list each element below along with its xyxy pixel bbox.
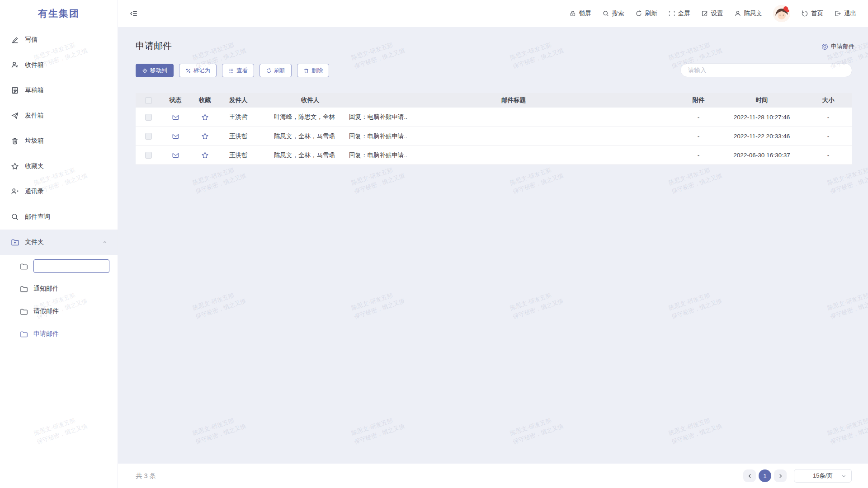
delete-label: 删除	[311, 67, 323, 75]
folder-item-application[interactable]: 申请邮件	[0, 323, 118, 345]
lock-screen-button[interactable]: 锁屏	[569, 9, 591, 18]
user-name: 陈思文	[744, 9, 763, 18]
folder-item-leave[interactable]: 请假邮件	[0, 300, 118, 323]
topbar-actions: 锁屏 搜索 刷新 全屏 设置 陈思文	[569, 5, 857, 22]
table-row[interactable]: 王洪哲 陈思文，全林，马雪瑶 回复：电脑补贴申请.. - 2022-11-22 …	[136, 127, 852, 145]
folder-item-label: 请假邮件	[33, 307, 59, 315]
time-cell: 2022-06-30 16:30:37	[719, 152, 805, 159]
prev-page-button[interactable]	[743, 469, 756, 482]
header-attachment: 附件	[678, 96, 719, 104]
mail-status-icon	[172, 132, 179, 140]
size-cell: -	[805, 133, 852, 140]
sidebar-item-contacts[interactable]: 通讯录	[0, 179, 118, 204]
current-user[interactable]: 陈思文	[734, 9, 763, 18]
view-button[interactable]: 查看	[222, 64, 254, 77]
new-folder-input[interactable]	[33, 259, 109, 273]
lock-icon	[569, 10, 576, 17]
sidebar-item-inbox[interactable]: 收件箱	[0, 52, 118, 78]
logout-button[interactable]: 退出	[834, 9, 856, 18]
sidebar-item-label: 文件夹	[25, 238, 44, 246]
row-checkbox[interactable]	[145, 114, 152, 121]
sidebar-item-mail-search[interactable]: 邮件查询	[0, 204, 118, 230]
row-checkbox[interactable]	[145, 152, 152, 159]
star-icon[interactable]	[201, 132, 209, 140]
trash-icon	[303, 68, 309, 74]
avatar[interactable]	[773, 5, 790, 22]
mark-as-button[interactable]: 标记为	[179, 64, 217, 77]
folder-icon	[20, 308, 28, 315]
search-icon	[602, 10, 609, 17]
toolbar: 移动到 标记为 查看 刷新 删除	[136, 64, 329, 77]
pagination-bar: 共 3 条 1 15条/页	[118, 464, 868, 488]
logout-icon	[834, 10, 841, 17]
home-button[interactable]: 首页	[801, 9, 823, 18]
global-search-button[interactable]: 搜索	[602, 9, 624, 18]
lock-label: 锁屏	[579, 9, 591, 18]
size-cell: -	[805, 152, 852, 159]
sidebar-item-drafts[interactable]: 草稿箱	[0, 78, 118, 103]
sender-cell: 王洪哲	[220, 132, 272, 141]
sidebar-item-label: 邮件查询	[25, 213, 50, 221]
table-row[interactable]: 王洪哲 叶海峰，陈思文，全林 回复：电脑补贴申请.. - 2022-11-28 …	[136, 108, 852, 127]
refresh-label: 刷新	[645, 9, 657, 18]
view-list-icon	[228, 68, 234, 74]
next-page-button[interactable]	[774, 469, 787, 482]
search-icon	[11, 213, 19, 221]
sidebar-item-favorites[interactable]: 收藏夹	[0, 154, 118, 179]
chevron-up-icon[interactable]	[102, 239, 108, 245]
sidebar-item-label: 通讯录	[25, 188, 44, 196]
page-size-select[interactable]: 15条/页	[794, 469, 852, 483]
star-icon[interactable]	[201, 151, 209, 159]
header-subject: 邮件标题	[348, 96, 678, 104]
sidebar-item-compose[interactable]: 写信	[0, 27, 118, 52]
mail-status-icon	[172, 113, 179, 121]
move-to-button[interactable]: 移动到	[136, 64, 174, 77]
star-icon[interactable]	[201, 113, 209, 121]
mail-table: 状态 收藏 发件人 收件人 邮件标题 附件 时间 大小 王洪哲 叶海峰，陈思文，…	[136, 93, 852, 165]
breadcrumb-label: 申请邮件	[831, 42, 854, 51]
page-size-value: 15条/页	[813, 472, 833, 480]
select-all-checkbox[interactable]	[145, 97, 152, 104]
folder-icon	[20, 263, 28, 270]
settings-button[interactable]: 设置	[701, 9, 723, 18]
recipients-cell: 陈思文，全林，马雪瑶	[272, 132, 348, 141]
breadcrumb: 申请邮件	[821, 42, 854, 51]
sender-cell: 王洪哲	[220, 113, 272, 121]
page-number[interactable]: 1	[759, 469, 771, 482]
delete-button[interactable]: 删除	[297, 64, 329, 77]
sidebar-item-sent[interactable]: 发件箱	[0, 103, 118, 128]
collapse-sidebar-icon[interactable]	[130, 9, 138, 18]
subject-cell: 回复：电脑补贴申请..	[348, 113, 678, 121]
drafts-icon	[11, 86, 19, 94]
refresh-label: 刷新	[274, 67, 285, 75]
sidebar-item-folders[interactable]: 文件夹	[0, 230, 118, 255]
mail-search-input[interactable]	[680, 63, 852, 77]
sidebar-item-trash[interactable]: 垃圾箱	[0, 128, 118, 154]
refresh-button[interactable]: 刷新	[635, 9, 657, 18]
folder-item-notice[interactable]: 通知邮件	[0, 277, 118, 300]
table-row[interactable]: 王洪哲 陈思文，全林，马雪瑶 回复：电脑补贴申请.. - 2022-06-30 …	[136, 145, 852, 164]
user-icon	[734, 10, 741, 17]
compose-icon	[11, 36, 19, 44]
main-content: 申请邮件 申请邮件 移动到 标记为 查看 刷新 删除 状态 收藏	[118, 27, 868, 488]
fullscreen-label: 全屏	[678, 9, 690, 18]
fullscreen-button[interactable]: 全屏	[668, 9, 690, 18]
refresh-list-button[interactable]: 刷新	[259, 64, 292, 77]
mark-as-label: 标记为	[193, 67, 211, 75]
settings-icon	[701, 10, 708, 17]
row-checkbox[interactable]	[145, 133, 152, 140]
recipients-cell: 陈思文，全林，马雪瑶	[272, 151, 348, 160]
folder-plus-icon	[11, 238, 19, 246]
header-recipients: 收件人	[272, 96, 348, 104]
sender-cell: 王洪哲	[220, 151, 272, 160]
refresh-icon	[635, 10, 642, 17]
move-to-icon	[142, 68, 148, 74]
header-time: 时间	[719, 96, 805, 104]
mark-as-icon	[185, 68, 191, 74]
mail-status-icon	[172, 151, 179, 159]
header-favorite: 收藏	[190, 96, 220, 104]
folder-icon	[20, 330, 28, 338]
contacts-icon	[11, 188, 19, 196]
sidebar-item-label: 草稿箱	[25, 86, 44, 94]
sidebar-menu: 写信 收件箱 草稿箱 发件箱 垃圾箱 收藏夹 通讯录 邮件查询	[0, 27, 118, 255]
